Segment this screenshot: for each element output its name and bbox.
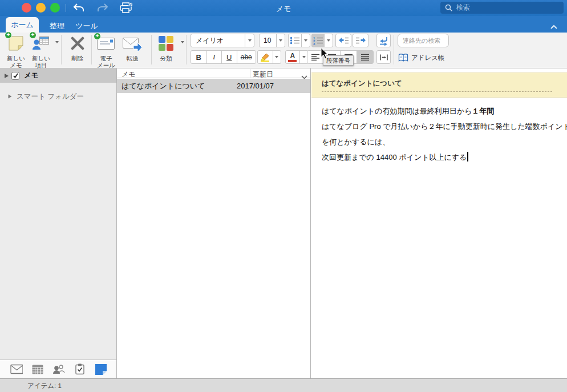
ribbon-group-divider	[394, 35, 394, 64]
calendar-module-button[interactable]	[31, 364, 44, 374]
underline-button[interactable]: U	[221, 51, 237, 63]
increase-indent-button[interactable]	[353, 34, 368, 47]
note-body-editor[interactable]: はてなポイントの有効期間は最終利用日から１年間 はてなブログ Pro で月払いか…	[322, 103, 567, 165]
email-icon: +	[96, 34, 116, 51]
collapse-ribbon-button[interactable]	[550, 22, 558, 32]
calendar-icon	[32, 364, 43, 374]
categorize-icon	[159, 34, 173, 51]
font-name-dropdown-arrow[interactable]	[245, 34, 254, 47]
disclosure-triangle-icon[interactable]	[9, 95, 12, 99]
checkmark-icon	[13, 72, 19, 79]
svg-text:3: 3	[313, 42, 315, 45]
chevron-up-icon	[550, 25, 558, 30]
bold-button[interactable]: B	[191, 51, 206, 63]
ribbon-group-divider	[186, 35, 187, 64]
note-line: はてなポイントの有効期間は最終利用日から１年間	[322, 103, 567, 119]
memo-checkbox[interactable]	[11, 72, 19, 80]
mouse-cursor	[321, 47, 330, 62]
notes-icon	[95, 363, 107, 375]
italic-button[interactable]: I	[206, 51, 222, 63]
numbered-list-dropdown-arrow[interactable]	[324, 34, 333, 47]
note-title: はてなポイントについて	[322, 79, 402, 88]
people-icon	[52, 364, 65, 374]
titlebar: メモ 検索	[0, 0, 567, 16]
search-icon	[445, 4, 452, 11]
item-count: アイテム: 1	[27, 382, 62, 390]
decrease-indent-icon	[338, 36, 349, 45]
text-direction-icon	[378, 36, 389, 46]
highlight-dropdown-arrow[interactable]	[273, 51, 281, 63]
column-divider	[250, 69, 250, 78]
outlook-notes-window: メモ 検索 ホーム 整理 ツール + 新しいメモ	[0, 0, 567, 392]
statusbar: アイテム: 1	[0, 378, 567, 392]
column-header-memo[interactable]: メモ	[122, 70, 136, 79]
tab-home[interactable]: ホーム	[6, 17, 39, 33]
address-book-icon	[398, 53, 408, 62]
sidebar-item-smart-folders[interactable]: スマート フォルダー	[0, 90, 116, 103]
numbered-list-button[interactable]: 123	[311, 34, 333, 47]
font-color-button[interactable]: A	[285, 50, 309, 64]
plus-badge-icon: +	[94, 33, 101, 40]
disclosure-triangle-icon[interactable]	[5, 74, 9, 78]
delete-button[interactable]: 削除	[65, 34, 90, 68]
people-module-button[interactable]	[52, 364, 65, 374]
list-header: メモ 更新日	[117, 68, 310, 78]
paragraph-direction-button[interactable]	[376, 50, 391, 64]
search-placeholder: 検索	[456, 3, 470, 13]
justify-icon	[361, 54, 370, 61]
tab-tools[interactable]: ツール	[73, 19, 100, 33]
mail-module-button[interactable]	[10, 364, 23, 374]
ribbon: + 新しいメモ + 新しい項目	[0, 33, 567, 68]
font-name-select[interactable]: メイリオ	[191, 34, 254, 47]
bullet-list-dropdown-arrow[interactable]	[301, 34, 310, 47]
note-list-pane: メモ 更新日 はてなポイントについて 2017/01/07	[117, 68, 311, 378]
align-left-icon	[311, 54, 320, 61]
plus-badge-icon: +	[29, 31, 37, 39]
bullet-list-icon	[290, 36, 300, 45]
font-style-group: B I U abe	[191, 50, 256, 64]
plus-badge-icon: +	[5, 31, 12, 39]
new-item-button[interactable]: + 新しい項目	[29, 34, 54, 68]
tab-organize[interactable]: 整理	[44, 19, 70, 33]
increase-indent-icon	[355, 36, 366, 45]
font-color-icon: A	[286, 51, 299, 63]
new-item-dropdown-arrow[interactable]	[55, 41, 59, 43]
text-caret	[467, 152, 468, 161]
dashed-divider	[322, 91, 552, 92]
notes-module-button[interactable]	[95, 363, 107, 375]
email-button[interactable]: + 電子メール	[93, 34, 119, 68]
sidebar: メモ スマート フォルダー	[0, 68, 117, 378]
decrease-indent-button[interactable]	[335, 34, 351, 47]
forward-icon	[122, 34, 143, 51]
column-header-date[interactable]: 更新日	[253, 70, 273, 79]
new-note-button[interactable]: + 新しいメモ	[3, 34, 29, 68]
address-book-button[interactable]: アドレス帳	[398, 53, 445, 62]
categorize-button[interactable]: 分類	[153, 34, 179, 68]
contact-search-input[interactable]: 連絡先の検索	[398, 34, 449, 47]
ribbon-tabbar: ホーム 整理 ツール	[0, 16, 567, 33]
tasks-icon	[75, 363, 85, 375]
font-size-dropdown-arrow[interactable]	[276, 34, 285, 47]
mail-icon	[10, 364, 23, 374]
sidebar-item-memo[interactable]: メモ	[0, 68, 116, 83]
new-item-icon: +	[32, 34, 50, 51]
note-line: 次回更新までの 14400 ポイント以上にする	[322, 149, 567, 165]
numbered-list-icon: 123	[313, 36, 323, 45]
font-size-select[interactable]: 10	[259, 34, 285, 47]
delete-icon	[71, 34, 84, 51]
justify-button[interactable]	[357, 51, 373, 63]
note-list-row[interactable]: はてなポイントについて 2017/01/07	[117, 79, 310, 93]
highlight-color-button[interactable]	[257, 50, 281, 64]
text-direction-button[interactable]	[376, 34, 391, 47]
note-title-banner: はてなポイントについて	[311, 72, 567, 98]
ribbon-group-divider	[61, 35, 62, 64]
search-field[interactable]: 検索	[440, 2, 564, 14]
new-note-icon: +	[7, 34, 25, 51]
tasks-module-button[interactable]	[74, 363, 86, 375]
forward-button[interactable]: 転送	[120, 34, 145, 68]
bullet-list-button[interactable]	[288, 34, 310, 47]
categorize-dropdown-arrow[interactable]	[181, 41, 184, 43]
reading-pane: はてなポイントについて はてなポイントの有効期間は最終利用日から１年間 はてなブ…	[311, 68, 567, 378]
strikethrough-button[interactable]: abe	[237, 51, 256, 63]
paragraph-direction-icon	[379, 54, 388, 61]
